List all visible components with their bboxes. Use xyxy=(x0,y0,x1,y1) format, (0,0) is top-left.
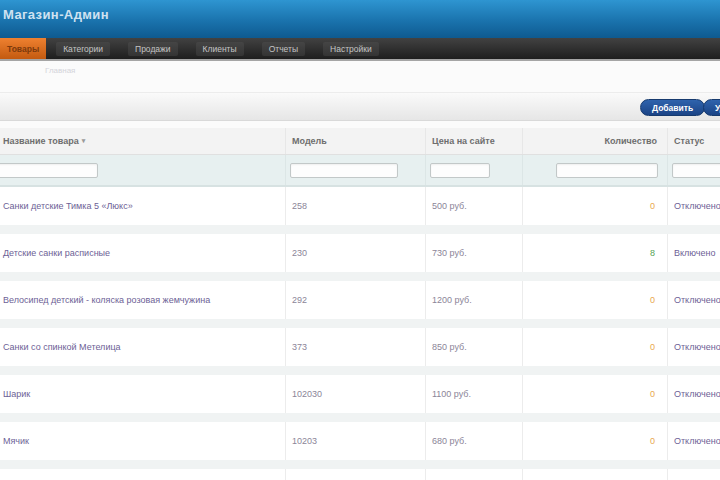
status-cell: Включено xyxy=(667,234,720,272)
status-cell: Отключено xyxy=(667,328,720,366)
column-header-1[interactable]: Название товара▾ xyxy=(0,128,285,154)
quantity-value: 0 xyxy=(650,342,655,352)
filter-input-col1[interactable] xyxy=(0,163,98,178)
main-nav: ТоварыКатегорииПродажиКлиентыОтчетыНастр… xyxy=(0,38,720,61)
model-value: 102030 xyxy=(292,389,322,399)
status-cell: Отключено xyxy=(667,187,720,225)
quantity-cell: 0 xyxy=(522,281,667,319)
table-row[interactable]: Шарик1020301100 руб.0Отключено xyxy=(0,375,720,413)
table-row[interactable]: Санки детские Тимка 5 «Люкс»258500 руб.0… xyxy=(0,187,720,225)
breadcrumb: Главная xyxy=(45,66,75,75)
price-cell: 500 руб. xyxy=(425,187,522,225)
quantity-cell: 0 xyxy=(522,422,667,460)
sort-arrow-icon: ▾ xyxy=(82,137,86,145)
quantity-cell: 0 xyxy=(522,328,667,366)
app-logo: Магазин-Админ xyxy=(3,7,109,22)
price-value: 500 руб. xyxy=(432,201,467,211)
filter-cell-1 xyxy=(0,155,285,185)
price-value: 680 руб. xyxy=(432,436,467,446)
toolbar-strip xyxy=(0,92,720,121)
status-link[interactable]: Включено xyxy=(674,248,716,258)
filter-input-col5[interactable] xyxy=(672,163,720,178)
filter-input-col3[interactable] xyxy=(430,163,490,178)
delete-button[interactable]: Удалить xyxy=(703,99,720,116)
add-button[interactable]: Добавить xyxy=(640,99,705,116)
price-value: 850 руб. xyxy=(432,342,467,352)
product-name-link[interactable]: Санки детские Тимка 5 «Люкс» xyxy=(3,201,133,211)
product-name-cell: Шарик xyxy=(0,375,285,413)
table-body: Санки детские Тимка 5 «Люкс»258500 руб.0… xyxy=(0,187,720,480)
filter-input-col2[interactable] xyxy=(290,163,398,178)
filter-cell-2 xyxy=(285,155,425,185)
status-link[interactable]: Отключено xyxy=(674,295,720,305)
price-value: 1200 руб. xyxy=(432,295,472,305)
table-row[interactable]: Велосипед детский - коляска розовая жемч… xyxy=(0,281,720,319)
filter-cell-4 xyxy=(522,155,667,185)
column-header-5[interactable]: Статус xyxy=(667,128,720,154)
nav-tabs: ТоварыКатегорииПродажиКлиентыОтчетыНастр… xyxy=(0,38,397,59)
product-name-link[interactable]: Детские санки расписные xyxy=(3,248,110,258)
column-header-label: Количество xyxy=(605,136,657,146)
product-name-link[interactable]: Санки со спинкой Метелица xyxy=(3,342,121,352)
nav-tab-4[interactable]: Клиенты xyxy=(196,42,244,56)
quantity-cell: 0 xyxy=(522,375,667,413)
column-header-4[interactable]: Количество xyxy=(522,128,667,154)
top-bar: Магазин-Админ xyxy=(0,0,720,38)
column-header-label: Название товара xyxy=(3,136,79,146)
table-row[interactable]: Детские санки расписные230730 руб.8Включ… xyxy=(0,234,720,272)
product-name-link[interactable]: Шарик xyxy=(3,389,30,399)
price-cell: 680 руб. xyxy=(425,422,522,460)
quantity-cell: 0 xyxy=(522,187,667,225)
table-filter-row xyxy=(0,155,720,187)
quantity-value: 0 xyxy=(650,389,655,399)
table-row[interactable]: Санки со спинкой Метелица373850 руб.0Отк… xyxy=(0,328,720,366)
nav-tab-1-active[interactable]: Товары xyxy=(0,38,46,59)
nav-tab-3[interactable]: Продажи xyxy=(128,42,178,56)
product-name-cell: Детские санки расписные xyxy=(0,234,285,272)
column-header-3[interactable]: Цена на сайте xyxy=(425,128,522,154)
column-header-2[interactable]: Модель xyxy=(285,128,425,154)
quantity-value: 0 xyxy=(650,436,655,446)
product-name-link[interactable]: Мячик xyxy=(3,436,29,446)
model-cell: 373 xyxy=(285,328,425,366)
column-header-label: Цена на сайте xyxy=(432,136,495,146)
model-cell: 102030 xyxy=(285,375,425,413)
quantity-cell: 8 xyxy=(522,234,667,272)
quantity-value: 0 xyxy=(650,201,655,211)
quantity-cell xyxy=(522,469,667,480)
model-cell: 10203 xyxy=(285,422,425,460)
model-value: 373 xyxy=(292,342,307,352)
product-name-cell xyxy=(0,469,285,480)
product-name-cell: Санки детские Тимка 5 «Люкс» xyxy=(0,187,285,225)
column-header-label: Модель xyxy=(292,136,327,146)
table-header-row: Название товара▾МодельЦена на сайтеКолич… xyxy=(0,128,720,155)
status-cell: Отключено xyxy=(667,281,720,319)
product-name-cell: Мячик xyxy=(0,422,285,460)
table-row[interactable]: Мячик10203680 руб.0Отключено xyxy=(0,422,720,460)
product-name-cell: Велосипед детский - коляска розовая жемч… xyxy=(0,281,285,319)
price-cell xyxy=(425,469,522,480)
price-cell: 850 руб. xyxy=(425,328,522,366)
product-name-cell: Санки со спинкой Метелица xyxy=(0,328,285,366)
model-cell: 230 xyxy=(285,234,425,272)
model-cell xyxy=(285,469,425,480)
model-value: 10203 xyxy=(292,436,317,446)
table-row[interactable] xyxy=(0,469,720,480)
status-link[interactable]: Отключено xyxy=(674,342,720,352)
status-link[interactable]: Отключено xyxy=(674,389,720,399)
product-name-link[interactable]: Велосипед детский - коляска розовая жемч… xyxy=(3,295,210,305)
filter-input-col4[interactable] xyxy=(556,163,658,178)
status-link[interactable]: Отключено xyxy=(674,201,720,211)
nav-tab-5[interactable]: Отчеты xyxy=(262,42,305,56)
model-cell: 292 xyxy=(285,281,425,319)
nav-tab-6[interactable]: Настройки xyxy=(323,42,379,56)
nav-tab-2[interactable]: Категории xyxy=(56,42,110,56)
status-link[interactable]: Отключено xyxy=(674,436,720,446)
price-cell: 730 руб. xyxy=(425,234,522,272)
filter-cell-3 xyxy=(425,155,522,185)
model-cell: 258 xyxy=(285,187,425,225)
model-value: 292 xyxy=(292,295,307,305)
price-cell: 1200 руб. xyxy=(425,281,522,319)
quantity-value: 8 xyxy=(650,248,655,258)
price-value: 730 руб. xyxy=(432,248,467,258)
